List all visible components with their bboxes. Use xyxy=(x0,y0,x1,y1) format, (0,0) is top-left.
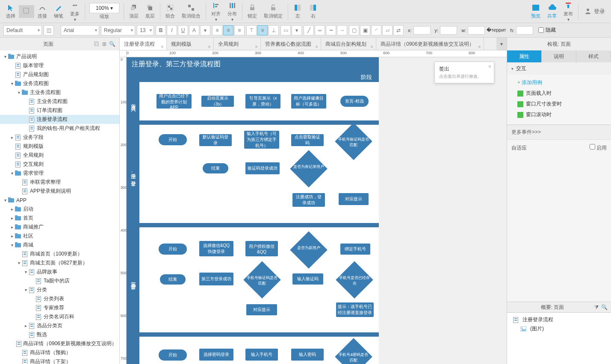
event-page-load[interactable]: 页面载入时 xyxy=(517,88,607,99)
pages-add-folder-icon[interactable]: ⿻ xyxy=(93,40,100,48)
document-tab[interactable]: 注册登录流程× xyxy=(120,38,167,50)
close-icon[interactable]: × xyxy=(488,64,491,70)
search-icon[interactable]: 🔍 xyxy=(601,304,608,310)
fill-more[interactable]: ▾ xyxy=(292,25,302,35)
fill-button[interactable]: ▭ xyxy=(280,25,291,35)
fontsize-select[interactable]: 13 xyxy=(137,25,154,35)
tree-folder[interactable]: ▾需求管理 xyxy=(0,169,119,178)
padding-button[interactable]: ▱ xyxy=(382,25,393,35)
distribute-button[interactable]: 分布▾ xyxy=(224,0,240,23)
tree-page[interactable]: 交互规则 xyxy=(0,160,119,169)
bold-button[interactable]: B xyxy=(156,25,166,35)
tree-folder[interactable]: ▾APP xyxy=(0,196,119,205)
tabs-overflow-button[interactable]: ▾ xyxy=(496,38,507,50)
underline-button[interactable]: U xyxy=(178,25,188,35)
tree-folder[interactable]: ▸社区 xyxy=(0,232,119,241)
tab-style[interactable]: 样式 xyxy=(576,50,611,62)
ungroup-button[interactable]: 取消组合 xyxy=(178,2,204,21)
zoom-select[interactable]: 100% ▾ xyxy=(89,3,119,13)
tree-folder[interactable]: ▾主业务流程图 xyxy=(0,88,119,97)
more-tools[interactable]: •••更多▾ xyxy=(67,0,83,23)
h-input[interactable] xyxy=(516,26,533,35)
close-tab-icon[interactable]: × xyxy=(161,41,164,50)
align-button[interactable]: 对齐▾ xyxy=(208,0,224,23)
checkout-callout[interactable]: × 签出 点击签出并进行修改。 xyxy=(434,62,494,83)
tree-folder[interactable]: ▸启动 xyxy=(0,205,119,214)
tree-page[interactable]: 订单流程图 xyxy=(0,106,119,115)
close-tab-icon[interactable]: × xyxy=(478,41,481,50)
tree-folder[interactable]: ▾商城 xyxy=(0,241,119,250)
valign-mid-button[interactable]: ≡ xyxy=(257,25,268,35)
align-left-button[interactable]: ≡ xyxy=(212,25,222,35)
tree-page[interactable]: ▾商城主页面（0827更新） xyxy=(0,258,119,267)
enable-adaptive-checkbox[interactable]: 启用 xyxy=(590,144,607,152)
line-style-button[interactable]: ┅ xyxy=(326,25,336,35)
tree-page[interactable]: 注册登录流程 xyxy=(0,115,119,124)
tree-page[interactable]: ▸选品分类页 xyxy=(0,321,119,330)
tree-page[interactable]: 分类列表 xyxy=(0,294,119,303)
event-window-resize[interactable]: 窗口尺寸改变时 xyxy=(517,99,607,109)
document-tab[interactable]: 规则模版× xyxy=(167,38,214,50)
bring-front-button[interactable]: 顶层 xyxy=(126,2,142,21)
pages-add-page-icon[interactable]: ⊞ xyxy=(100,40,108,48)
tree-page[interactable]: 商城首页（1009更新） xyxy=(0,250,119,258)
arrow-button[interactable]: → xyxy=(337,25,347,35)
tree-page[interactable]: 全局规则 xyxy=(0,151,119,160)
lock-button[interactable]: 锁定 xyxy=(244,2,260,21)
dock-left-button[interactable]: 左 xyxy=(290,2,305,21)
w-input[interactable] xyxy=(468,26,485,35)
publish-button[interactable]: 发布▾ xyxy=(560,0,576,23)
close-tab-icon[interactable]: × xyxy=(315,41,318,50)
font-select[interactable]: Arial xyxy=(61,25,99,35)
select-tool[interactable]: 选择 xyxy=(3,2,19,21)
connect-tool[interactable]: 连接 xyxy=(34,2,50,21)
line-width-button[interactable]: ═ xyxy=(315,25,325,35)
close-tab-icon[interactable]: × xyxy=(208,41,211,50)
tree-page[interactable]: 商品详情（0906更新视频播放交互说明） xyxy=(0,339,119,348)
tree-page[interactable]: 串联需求整理 xyxy=(0,178,119,187)
tree-page[interactable]: 专家推荐 xyxy=(0,303,119,312)
more-events-button[interactable]: 更多事件>>> xyxy=(507,125,611,140)
preview-button[interactable]: 预览 xyxy=(528,2,544,21)
outer-shadow[interactable]: ▢ xyxy=(349,25,359,35)
more-text-button[interactable]: ▾ xyxy=(200,25,210,35)
tree-page[interactable]: 分类名词百科 xyxy=(0,312,119,321)
tree-page[interactable]: 我的钱包-用户账户相关流程 xyxy=(0,124,119,133)
tree-page[interactable]: 商品详情（预购） xyxy=(0,348,119,357)
y-input[interactable] xyxy=(440,26,457,35)
outline-root[interactable]: 注册登录流程 xyxy=(511,315,608,324)
text-color-button[interactable]: A xyxy=(189,25,199,35)
document-tab[interactable]: 全局规则× xyxy=(214,38,261,50)
send-back-button[interactable]: 底层 xyxy=(142,2,158,21)
dock-right-button[interactable]: 右 xyxy=(305,2,321,21)
unlock-button[interactable]: 取消锁定 xyxy=(260,2,286,21)
tree-folder[interactable]: ▾业务流程图 xyxy=(0,79,119,88)
tree-page[interactable]: 甄选 xyxy=(0,330,119,339)
tree-page[interactable]: 版本管理 xyxy=(0,61,119,70)
tree-page[interactable]: ▾品牌故事 xyxy=(0,267,119,276)
login-button[interactable]: 登录 xyxy=(580,5,608,18)
pages-search-icon[interactable]: 🔍 xyxy=(108,40,116,48)
line-color-button[interactable]: ╱ xyxy=(304,25,314,35)
style-paint-button[interactable]: ◫ xyxy=(44,25,54,35)
close-tab-icon[interactable]: × xyxy=(255,41,258,50)
italic-button[interactable]: I xyxy=(167,25,177,35)
group-button[interactable]: 组合 xyxy=(162,2,178,21)
filter-icon[interactable]: ⧩ xyxy=(594,304,599,310)
tree-page[interactable]: APP登录规则说明 xyxy=(0,187,119,196)
tree-page[interactable]: 规则模版 xyxy=(0,142,119,151)
style-select[interactable]: Default xyxy=(3,25,42,35)
outline-child-image[interactable]: (图片) xyxy=(511,324,608,333)
corner-button[interactable]: ◜ xyxy=(371,25,381,35)
interaction-section-header[interactable]: 交互 xyxy=(507,62,611,75)
hide-checkbox[interactable]: 隐藏 xyxy=(538,26,556,34)
tree-folder[interactable]: ▸首页 xyxy=(0,214,119,223)
tab-properties[interactable]: 属性 xyxy=(507,50,542,62)
document-tab[interactable]: 商城后台架构规划× xyxy=(321,38,376,50)
inner-shadow[interactable]: ▣ xyxy=(360,25,370,35)
tree-folder[interactable]: ▸商城推广 xyxy=(0,223,119,232)
canvas-area[interactable]: 010020030040050060070080090010001100 010… xyxy=(120,50,507,364)
document-tab[interactable]: 商品详情（0906更新视频播放交互说明）× xyxy=(376,38,484,50)
tree-page[interactable]: 主业务流程图 xyxy=(0,97,119,106)
event-window-scroll[interactable]: 窗口滚动时 xyxy=(517,109,607,120)
